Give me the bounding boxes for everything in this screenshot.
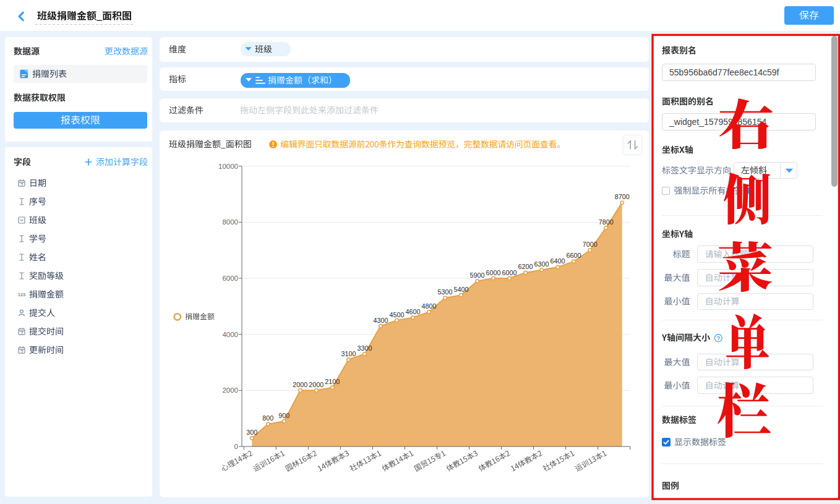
- svg-text:123: 123: [18, 292, 26, 297]
- svg-text:4300: 4300: [373, 317, 388, 324]
- svg-text:8700: 8700: [615, 193, 630, 200]
- svg-text:2000: 2000: [309, 381, 324, 388]
- svg-text:5900: 5900: [470, 271, 485, 279]
- svg-text:6200: 6200: [518, 263, 533, 270]
- svg-text:800: 800: [262, 414, 273, 422]
- svg-text:4500: 4500: [389, 311, 404, 318]
- svg-text:5300: 5300: [437, 288, 452, 296]
- svg-text:900: 900: [278, 412, 289, 419]
- svg-text:300: 300: [246, 429, 257, 436]
- svg-text:6000: 6000: [502, 269, 517, 276]
- svg-text:3100: 3100: [341, 350, 356, 357]
- svg-text:7000: 7000: [583, 241, 598, 248]
- svg-text:6600: 6600: [567, 252, 581, 259]
- svg-text:8000: 8000: [222, 218, 238, 226]
- svg-text:2000: 2000: [222, 387, 238, 394]
- svg-text:4800: 4800: [421, 302, 436, 310]
- svg-text:2000: 2000: [293, 381, 307, 388]
- svg-text:7800: 7800: [599, 218, 614, 226]
- svg-text:6300: 6300: [534, 260, 549, 268]
- svg-text:6000: 6000: [486, 269, 501, 276]
- svg-text:10000: 10000: [218, 163, 238, 170]
- svg-text:4000: 4000: [222, 331, 238, 338]
- svg-text:6400: 6400: [551, 257, 565, 265]
- svg-text:_widget_1579597856154: _widget_1579597856154: [669, 117, 766, 127]
- svg-text:55b956ba6d77fee8ec14c59f: 55b956ba6d77fee8ec14c59f: [669, 67, 779, 77]
- svg-text:2100: 2100: [325, 378, 340, 385]
- svg-text:5400: 5400: [454, 286, 469, 293]
- svg-text:3300: 3300: [357, 344, 372, 352]
- svg-text:4600: 4600: [405, 308, 420, 315]
- svg-text:6000: 6000: [222, 275, 238, 282]
- svg-text:0: 0: [234, 443, 238, 450]
- svg-text:?: ?: [716, 335, 720, 341]
